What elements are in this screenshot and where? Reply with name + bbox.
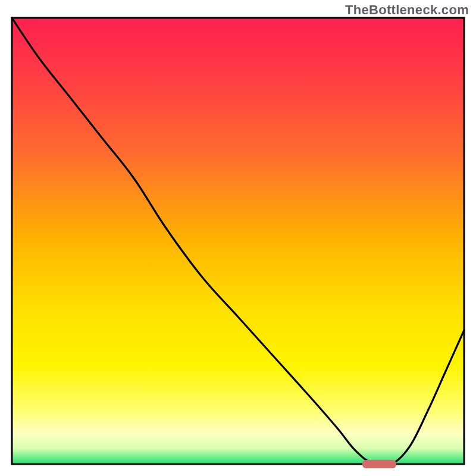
bottleneck-chart [0,0,476,476]
watermark-text: TheBottleneck.com [345,2,469,18]
plot-background [12,18,464,464]
target-marker [362,460,396,468]
